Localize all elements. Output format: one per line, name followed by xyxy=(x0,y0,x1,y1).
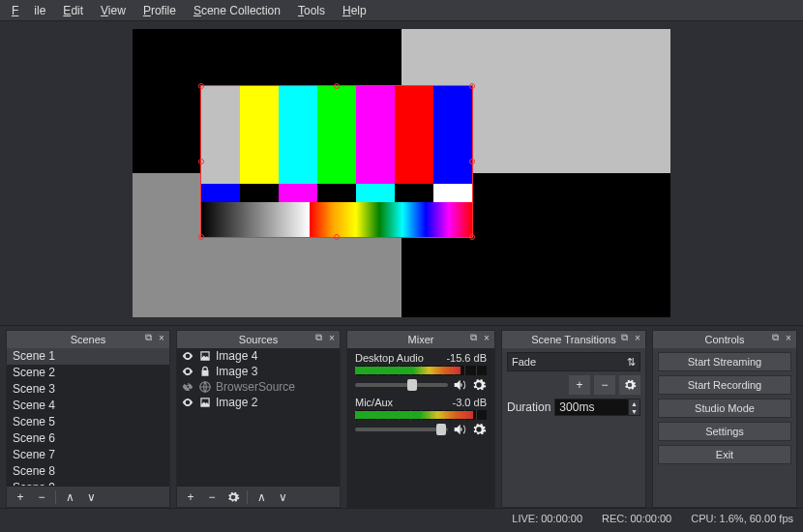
move-scene-up-button[interactable]: ∧ xyxy=(60,488,79,506)
menu-help[interactable]: Help xyxy=(335,2,374,19)
menu-edit[interactable]: Edit xyxy=(55,2,91,19)
close-icon[interactable]: × xyxy=(326,332,338,343)
source-item[interactable]: Image 2 xyxy=(177,395,340,410)
resize-handle-icon[interactable] xyxy=(198,83,204,89)
detach-icon[interactable]: ⧉ xyxy=(142,332,154,343)
speaker-icon[interactable] xyxy=(452,377,467,393)
close-icon[interactable]: × xyxy=(632,332,643,343)
speaker-icon[interactable] xyxy=(452,422,467,437)
panel-title: Controls xyxy=(705,334,745,345)
close-icon[interactable]: × xyxy=(783,332,794,343)
separator xyxy=(55,490,56,504)
duration-label: Duration xyxy=(507,400,550,414)
remove-source-button[interactable]: − xyxy=(202,488,222,506)
sources-titlebar[interactable]: Sources ⧉ × xyxy=(177,331,340,348)
menu-view[interactable]: View xyxy=(93,2,134,19)
detach-icon[interactable]: ⧉ xyxy=(618,332,630,343)
move-scene-down-button[interactable]: ∨ xyxy=(81,488,101,506)
volume-meter xyxy=(355,366,487,375)
remove-scene-button[interactable]: − xyxy=(32,488,51,506)
transition-properties-button[interactable] xyxy=(619,375,640,395)
resize-handle-icon[interactable] xyxy=(198,159,204,164)
list-item[interactable]: Scene 6 xyxy=(7,430,169,447)
close-icon[interactable]: × xyxy=(156,332,167,343)
mixer-titlebar[interactable]: Mixer ⧉ × xyxy=(347,331,494,348)
menu-profile[interactable]: Profile xyxy=(135,2,184,19)
source-label: Image 2 xyxy=(216,396,257,409)
move-source-down-button[interactable]: ∨ xyxy=(273,488,292,506)
status-live: LIVE: 00:00:00 xyxy=(512,513,582,524)
transition-select[interactable]: Fade ⇅ xyxy=(507,352,640,371)
remove-transition-button[interactable]: − xyxy=(594,375,615,395)
start-recording-button[interactable]: Start Recording xyxy=(658,375,791,395)
scenes-list[interactable]: Scene 1 Scene 2 Scene 3 Scene 4 Scene 5 … xyxy=(7,348,169,486)
source-properties-button[interactable] xyxy=(223,488,243,506)
list-item[interactable]: Scene 3 xyxy=(7,381,169,398)
controls-titlebar[interactable]: Controls ⧉ × xyxy=(653,331,796,348)
spin-up-icon[interactable]: ▲ xyxy=(628,399,639,407)
eye-icon[interactable] xyxy=(181,365,194,378)
add-transition-button[interactable]: + xyxy=(569,375,590,395)
resize-handle-icon[interactable] xyxy=(469,234,475,240)
controls-panel: Controls ⧉ × Start Streaming Start Recor… xyxy=(652,330,797,508)
list-item[interactable]: Scene 8 xyxy=(7,463,169,480)
volume-slider[interactable] xyxy=(355,428,448,431)
list-item[interactable]: Scene 5 xyxy=(7,414,169,430)
source-item[interactable]: Image 4 xyxy=(177,348,340,364)
source-label: Image 3 xyxy=(216,365,257,378)
resize-handle-icon[interactable] xyxy=(469,83,475,89)
move-source-up-button[interactable]: ∧ xyxy=(252,488,271,506)
separator xyxy=(247,490,248,504)
mixer-channel-desktop-audio: Desktop Audio -15.6 dB xyxy=(355,352,487,393)
menu-file[interactable]: File xyxy=(4,2,53,19)
eye-off-icon[interactable] xyxy=(181,380,194,394)
start-streaming-button[interactable]: Start Streaming xyxy=(658,352,791,371)
scenes-titlebar[interactable]: Scenes ⧉ × xyxy=(7,331,169,348)
transitions-panel: Scene Transitions ⧉ × Fade ⇅ + − xyxy=(501,330,646,508)
lock-icon[interactable] xyxy=(198,365,212,378)
detach-icon[interactable]: ⧉ xyxy=(467,332,479,343)
list-item[interactable]: Scene 2 xyxy=(7,365,169,381)
add-source-button[interactable]: + xyxy=(181,488,200,506)
svg-point-0 xyxy=(186,385,190,389)
mixer-channel-mic-aux: Mic/Aux -3.0 dB xyxy=(355,397,487,437)
channel-name: Mic/Aux xyxy=(355,397,393,408)
eye-icon[interactable] xyxy=(181,396,194,409)
list-item[interactable]: Scene 1 xyxy=(7,348,169,365)
detach-icon[interactable]: ⧉ xyxy=(769,332,781,343)
transitions-titlebar[interactable]: Scene Transitions ⧉ × xyxy=(502,331,645,348)
resize-handle-icon[interactable] xyxy=(334,83,340,89)
status-cpu: CPU: 1.6%, 60.00 fps xyxy=(691,513,793,524)
gear-icon[interactable] xyxy=(471,422,487,437)
eye-icon[interactable] xyxy=(181,349,194,363)
source-item[interactable]: Image 3 xyxy=(177,364,340,379)
color-bars-source xyxy=(201,86,472,237)
exit-button[interactable]: Exit xyxy=(658,445,791,464)
add-scene-button[interactable]: + xyxy=(11,488,30,506)
sources-list[interactable]: Image 4 Image 3 BrowserSource Image 2 xyxy=(177,348,340,486)
menu-tools[interactable]: Tools xyxy=(290,2,333,19)
selected-source-bounds[interactable] xyxy=(200,85,473,238)
resize-handle-icon[interactable] xyxy=(334,234,340,240)
source-item[interactable]: BrowserSource xyxy=(177,379,340,395)
resize-handle-icon[interactable] xyxy=(198,234,204,240)
list-item[interactable]: Scene 4 xyxy=(7,398,169,414)
resize-handle-icon[interactable] xyxy=(469,159,475,164)
studio-mode-button[interactable]: Studio Mode xyxy=(658,399,791,418)
scenes-panel: Scenes ⧉ × Scene 1 Scene 2 Scene 3 Scene… xyxy=(6,330,170,508)
duration-spinbox[interactable]: 300ms ▲ ▼ xyxy=(554,399,640,416)
volume-slider[interactable] xyxy=(355,383,448,387)
gear-icon[interactable] xyxy=(471,377,487,393)
menu-scene-collection[interactable]: Scene Collection xyxy=(186,2,288,19)
close-icon[interactable]: × xyxy=(481,332,492,343)
detach-icon[interactable]: ⧉ xyxy=(312,332,324,343)
preview-area xyxy=(0,21,803,326)
spin-down-icon[interactable]: ▼ xyxy=(628,407,639,415)
mixer-body: Desktop Audio -15.6 dB Mic xyxy=(347,348,494,507)
list-item[interactable]: Scene 7 xyxy=(7,447,169,463)
gear-icon xyxy=(623,378,637,392)
settings-button[interactable]: Settings xyxy=(658,422,791,441)
channel-name: Desktop Audio xyxy=(355,352,424,364)
globe-icon xyxy=(198,380,212,394)
preview-canvas[interactable] xyxy=(133,29,670,317)
